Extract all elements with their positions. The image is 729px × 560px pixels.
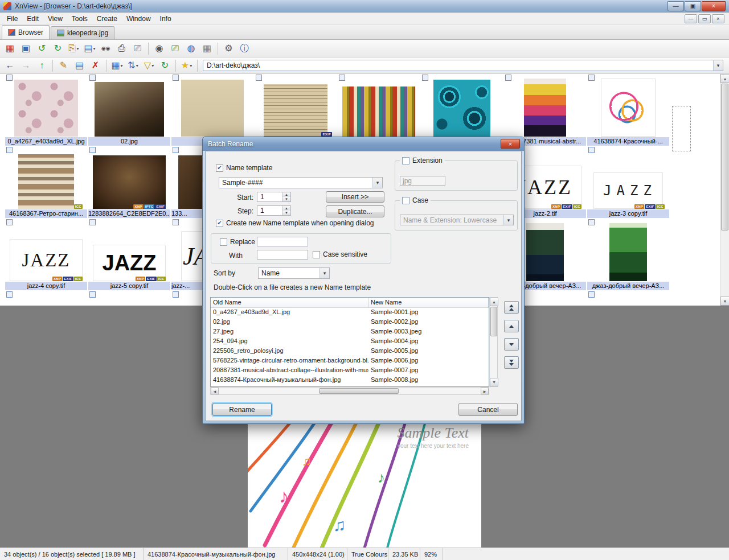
browser-button[interactable]: ▦ [2, 42, 18, 56]
spin-up-icon[interactable]: ▲ [282, 192, 290, 197]
window-titlebar[interactable]: XnView - [Browser - D:\art-deko\джаз\] —… [0, 0, 729, 13]
rename-row[interactable]: 225506_retro_polosyi.jpgSample-0005.jpg [211, 347, 489, 356]
web-publish-button[interactable]: ◍ [183, 42, 199, 56]
thumbnail-checkbox[interactable] [256, 75, 262, 81]
scroll-left-icon[interactable]: ◀ [211, 388, 219, 394]
menu-item-tools[interactable]: Tools [67, 14, 92, 24]
menu-item-view[interactable]: View [43, 14, 67, 24]
chevron-down-icon[interactable]: ▾ [320, 268, 329, 278]
checkbox-box[interactable] [216, 220, 223, 227]
maximize-button[interactable]: ▣ [685, 1, 701, 11]
back-button[interactable]: ← [2, 59, 18, 73]
minimize-button[interactable]: — [667, 1, 684, 11]
close-button[interactable]: × [702, 1, 726, 11]
checkbox-box[interactable] [402, 157, 409, 164]
scrollbar-thumb[interactable] [319, 388, 399, 394]
thumbnail-cell[interactable]: 225506_retro_polosyi.jpg [337, 74, 420, 146]
column-header-old-name[interactable]: Old Name [211, 298, 368, 307]
rename-row[interactable]: 20887381-musical-abstract-collage--illus… [211, 366, 489, 376]
thumbnail-checkbox[interactable] [6, 75, 13, 81]
mdi-minimize-button[interactable]: — [685, 14, 697, 23]
scroll-down-icon[interactable]: ▼ [490, 378, 498, 386]
thumbnail-cell[interactable]: JAZZXNPEXIFICCjazz-5 copy.tif [88, 219, 171, 291]
thumbnail-checkbox[interactable] [89, 147, 96, 153]
step-spinner[interactable]: 1 ▲▼ [257, 205, 291, 216]
scroll-up-icon[interactable]: ▲ [720, 74, 729, 83]
sort-button[interactable]: ⇅▾ [125, 59, 141, 73]
address-bar[interactable]: D:\art-deko\джаз\ ▾ [203, 60, 723, 71]
thumbnail-checkbox[interactable] [505, 75, 511, 81]
delete-button[interactable]: ✗ [88, 59, 103, 73]
tab-browser[interactable]: Browser [2, 25, 50, 39]
thumbnail-checkbox[interactable] [588, 75, 595, 81]
rotate-left-button[interactable]: ↺ [34, 42, 50, 56]
create-new-template-checkbox[interactable]: Create new Name template when opening di… [216, 219, 374, 227]
checkbox-box[interactable] [220, 238, 227, 246]
rotate-right-button[interactable]: ↻ [50, 42, 65, 56]
thumbnail-cell[interactable]: джаз-добрый вечер-АЗ... [587, 219, 670, 291]
thumbnail-cell[interactable]: 27.jpeg [171, 74, 254, 146]
thumbnail-cell[interactable]: ICC46168367-Ретро-старин... [5, 146, 88, 219]
dialog-titlebar[interactable]: Batch Rename × [203, 137, 524, 151]
thumbnail-cell[interactable]: 02.jpg [88, 74, 171, 146]
thumbnail-cell[interactable]: 20887381-musical-abstr... [503, 74, 587, 146]
print-button[interactable]: ⎙ [114, 42, 129, 56]
favorites-button[interactable]: ★▾ [179, 59, 194, 73]
spin-down-icon[interactable]: ▼ [282, 211, 290, 215]
move-top-button[interactable] [504, 301, 519, 314]
with-input[interactable] [257, 250, 308, 260]
mdi-restore-button[interactable]: ▭ [698, 14, 711, 23]
rename-list-scrollbar[interactable]: ▲ ▼ [489, 297, 498, 387]
capture-button[interactable]: ◉ [151, 42, 167, 56]
forward-button[interactable]: → [18, 59, 34, 73]
thumbnail-checkbox[interactable] [89, 75, 96, 81]
thumbnail-cell[interactable] [587, 291, 670, 306]
thumbnail-checkbox[interactable] [173, 147, 179, 153]
checkbox-box[interactable] [216, 164, 223, 172]
rename-row[interactable]: 254_094.jpgSample-0004.jpg [211, 337, 489, 347]
menu-item-edit[interactable]: Edit [22, 14, 43, 24]
mdi-close-button[interactable]: × [712, 14, 724, 23]
filter-button[interactable]: ▽▾ [141, 59, 157, 73]
menu-item-file[interactable]: File [2, 14, 22, 24]
insert-button[interactable]: Insert >> [326, 191, 384, 203]
thumbnail-cell[interactable]: EXIF254_094.jpg [254, 74, 337, 146]
rename-row[interactable]: 41638874-Красочный-музыкальный-фон.jpgSa… [211, 376, 489, 385]
info-button[interactable]: ⓘ [237, 42, 252, 56]
rename-button[interactable]: Rename [212, 403, 272, 416]
move-down-button[interactable] [504, 338, 519, 351]
view-mode-button[interactable]: ▦▾ [109, 59, 125, 73]
thumbnail-checkbox[interactable] [588, 219, 595, 225]
browser-scrollbar[interactable]: ▲ ▼ [720, 74, 729, 306]
thumbnail-checkbox[interactable] [6, 219, 13, 225]
thumbnail-checkbox[interactable] [588, 147, 595, 153]
template-combobox[interactable]: Sample-#### ▾ [219, 177, 383, 188]
thumbnail-checkbox[interactable] [6, 147, 13, 153]
rename-row[interactable]: 0_a4267_e403ad9d_XL.jpgSample-0001.jpg [211, 308, 489, 318]
scroll-up-icon[interactable]: ▲ [490, 298, 498, 306]
chevron-down-icon[interactable]: ▾ [372, 178, 382, 188]
search-button[interactable]: ◉◉ [98, 42, 113, 56]
slideshow-button[interactable]: ⎚ [130, 42, 145, 56]
replace-checkbox[interactable]: Replace [220, 238, 255, 246]
thumbnail-checkbox[interactable] [89, 219, 96, 225]
thumbnail-checkbox[interactable] [173, 75, 179, 81]
thumbnail-cell[interactable]: JAZZXNPEXIFICCjazz-4 copy.tif [5, 219, 88, 291]
case-combobox[interactable]: Name & Extension: Lowercase ▾ [400, 215, 514, 225]
thumbnail-cell[interactable]: JAZZXNPEXIFICCjazz-3 copy.tif [587, 146, 670, 219]
rename-list-hscrollbar[interactable]: ◀ ▶ [210, 387, 489, 395]
edit-button[interactable]: ✎ [56, 59, 71, 73]
refresh-button[interactable]: ↻ [157, 59, 173, 73]
copy-button[interactable]: ⎘▾ [66, 42, 81, 56]
extension-checkbox[interactable]: Extension [400, 157, 445, 164]
scrollbar-thumb[interactable] [721, 84, 728, 230]
menu-item-window[interactable]: Window [122, 14, 155, 24]
rename-row[interactable]: 27.jpegSample-0003.jpeg [211, 327, 489, 337]
move-up-button[interactable] [504, 320, 519, 332]
fullscreen-button[interactable]: ⎚ [167, 42, 183, 56]
thumbnail-checkbox[interactable] [6, 291, 13, 298]
tab-kleopedra-jpg[interactable]: kleopedra.jpg [51, 26, 114, 39]
thumbnail-checkbox[interactable] [339, 75, 345, 81]
contact-sheet-button[interactable]: ▦ [199, 42, 215, 56]
scrollbar-thumb[interactable] [490, 307, 497, 336]
